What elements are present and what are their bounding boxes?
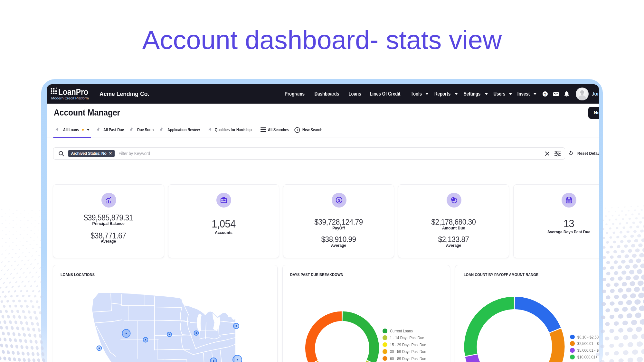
svg-text:$: $ bbox=[338, 198, 340, 203]
svg-text:?: ? bbox=[544, 92, 546, 97]
